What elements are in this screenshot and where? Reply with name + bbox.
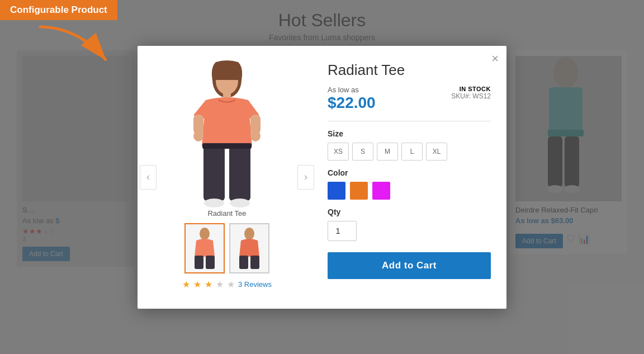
size-m[interactable]: M [377, 143, 398, 161]
color-swatch-orange[interactable] [350, 182, 368, 200]
svg-point-13 [193, 130, 203, 141]
size-s[interactable]: S [352, 143, 373, 161]
image-prev-button[interactable]: ‹ [140, 165, 157, 190]
product-price: $22.00 [328, 94, 376, 112]
price-row: As low as $22.00 IN STOCK SKU#: WS12 [328, 86, 491, 112]
product-name: Radiant Tee [328, 62, 491, 79]
modal-image-label: Radiant Tee [207, 209, 246, 218]
modal-info-section: Radiant Tee As low as $22.00 IN STOCK SK… [316, 46, 506, 309]
svg-rect-17 [202, 143, 252, 149]
product-quick-view-modal: × ‹ [138, 46, 506, 309]
star-2: ★ [193, 279, 201, 290]
svg-point-19 [230, 199, 250, 207]
svg-rect-25 [250, 256, 259, 269]
thumbnail-1[interactable] [184, 223, 225, 273]
modal-close-button[interactable]: × [491, 53, 499, 65]
stock-status: IN STOCK [451, 86, 491, 92]
modal-reviews: ★ ★ ★ ★ ★ 3 Reviews [182, 279, 272, 290]
svg-point-18 [204, 199, 224, 207]
color-swatch-blue[interactable] [328, 182, 345, 200]
star-1: ★ [182, 279, 190, 290]
color-label: Color [328, 168, 491, 177]
price-block: As low as $22.00 [328, 86, 376, 112]
color-options [328, 182, 491, 200]
svg-point-20 [200, 228, 210, 240]
svg-rect-15 [203, 145, 225, 201]
configurable-product-badge: Configurable Product [0, 0, 117, 20]
star-4: ★ [216, 279, 224, 290]
qty-label: Qty [328, 207, 491, 216]
size-l[interactable]: L [401, 143, 423, 161]
svg-rect-21 [195, 256, 203, 269]
size-xl[interactable]: XL [426, 143, 447, 161]
svg-rect-16 [229, 145, 250, 201]
stock-block: IN STOCK SKU#: WS12 [451, 86, 491, 100]
svg-point-23 [244, 228, 254, 240]
qty-input[interactable] [328, 221, 357, 241]
svg-rect-24 [239, 256, 248, 269]
svg-point-14 [250, 130, 261, 141]
product-sku: SKU#: WS12 [451, 92, 491, 100]
color-swatch-pink[interactable] [372, 182, 390, 200]
size-options: XS S M L XL [328, 143, 491, 161]
qty-row [328, 221, 491, 241]
svg-rect-22 [206, 256, 215, 269]
modal-image-section: ‹ [138, 46, 316, 309]
product-model-figure [171, 56, 283, 207]
size-xs[interactable]: XS [328, 143, 349, 161]
reviews-link[interactable]: 3 Reviews [238, 280, 272, 289]
as-low-as-label: As low as [328, 86, 376, 94]
star-5: ★ [227, 279, 235, 290]
add-to-cart-button[interactable]: Add to Cart [328, 252, 491, 279]
thumbnail-2[interactable] [229, 223, 269, 273]
size-label: Size [328, 129, 491, 138]
modal-main-image [165, 59, 288, 205]
image-next-button[interactable]: › [297, 165, 314, 190]
price-divider [328, 121, 491, 121]
star-3: ★ [205, 279, 212, 290]
arrow-indicator [34, 21, 112, 72]
modal-thumbnails [184, 223, 269, 273]
